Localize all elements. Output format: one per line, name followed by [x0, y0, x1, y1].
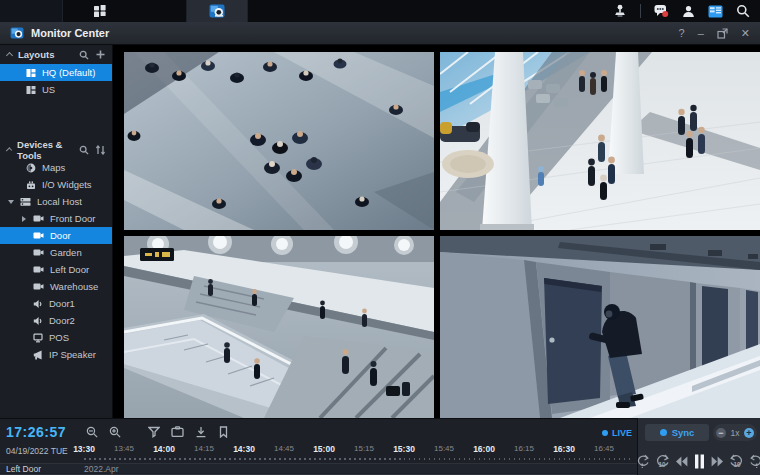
camera-feed-4-side-door[interactable]	[440, 236, 760, 418]
ruler-tick: 14:30	[224, 444, 264, 456]
layout-grid-icon	[26, 68, 36, 78]
tab-main-menu[interactable]	[63, 0, 187, 22]
track-label: Left Door	[6, 464, 41, 474]
device-item-left-door[interactable]: Left Door	[0, 261, 112, 278]
ruler-tick-marks	[84, 458, 630, 460]
window-titlebar: Monitor Center ? – ✕	[0, 22, 760, 45]
live-dot	[602, 430, 608, 436]
window-title: Monitor Center	[31, 27, 109, 39]
server-icon	[20, 197, 31, 207]
timeline-ruler[interactable]: 13:30 13:45 14:00 14:15 14:30 14:45 15:0…	[64, 444, 624, 456]
device-item-garden[interactable]: Garden	[0, 244, 112, 261]
sort-list-icon[interactable]	[96, 145, 105, 155]
sync-dot	[660, 429, 667, 436]
camera-icon	[33, 248, 44, 257]
skip-forward-10-button[interactable]: 10	[730, 454, 744, 468]
timeline-zoom-in-icon[interactable]	[109, 426, 121, 438]
user-icon[interactable]	[682, 5, 695, 18]
layouts-search-icon[interactable]	[79, 50, 89, 60]
device-item-warehouse[interactable]: Warehouse	[0, 278, 112, 295]
skip-back-10-button[interactable]: 10	[655, 454, 669, 468]
next-event-button[interactable]	[750, 454, 760, 468]
device-item-label: POS	[49, 332, 69, 343]
device-item-label: I/O Widgets	[42, 179, 92, 190]
rewind-button[interactable]	[675, 456, 688, 467]
sidebar: Layouts HQ (Default) US Devices & Tools	[0, 45, 113, 418]
fast-forward-button[interactable]	[711, 456, 724, 467]
camera-feed-1-overhead-walkway[interactable]	[124, 52, 434, 230]
surveillance-station-icon	[209, 4, 225, 18]
ruler-tick: 13:30	[64, 444, 104, 456]
device-item-label: Door2	[49, 315, 75, 326]
sync-label: Sync	[672, 427, 695, 438]
filter-icon[interactable]	[148, 426, 160, 438]
layouts-header-label: Layouts	[18, 49, 54, 60]
playback-panel: Sync − 1x + 10	[637, 418, 760, 475]
audio-out-icon	[33, 316, 43, 326]
expanded-chevron-icon[interactable]	[8, 200, 14, 204]
devices-search-icon[interactable]	[79, 145, 89, 155]
taskbar-left-segment	[0, 0, 63, 22]
live-indicator[interactable]: LIVE	[602, 428, 632, 438]
bookmark-icon[interactable]	[218, 426, 229, 438]
collapsed-chevron-icon[interactable]	[22, 216, 26, 222]
camera-feed-3-escalator-hall[interactable]	[124, 236, 434, 418]
device-item-maps[interactable]: Maps	[0, 159, 112, 176]
surveillance-station-icon	[10, 27, 24, 39]
snapshot-icon[interactable]	[171, 426, 184, 438]
layout-grid-icon	[26, 85, 36, 95]
sync-button[interactable]: Sync	[645, 424, 709, 441]
tab-surveillance-station[interactable]	[187, 0, 248, 22]
timeline-zoom-out-icon[interactable]	[86, 426, 98, 438]
previous-event-button[interactable]	[636, 454, 649, 468]
month-label: 2022.Apr	[84, 464, 119, 474]
device-item-pos[interactable]: POS	[0, 329, 112, 346]
joystick-icon[interactable]	[613, 4, 627, 18]
speed-decrease-button[interactable]: −	[716, 428, 726, 438]
device-item-local-host[interactable]: Local Host	[0, 193, 112, 210]
camera-feed-2-atrium-lobby[interactable]	[440, 52, 760, 230]
chat-notification-icon[interactable]	[654, 4, 669, 18]
ruler-tick: 16:00	[464, 444, 504, 456]
ruler-tick: 14:45	[264, 444, 304, 456]
device-item-label: Door1	[49, 298, 75, 309]
pause-button[interactable]	[694, 454, 705, 469]
ruler-tick: 16:15	[504, 444, 544, 456]
device-item-label: Door	[50, 230, 71, 241]
layouts-section-header[interactable]: Layouts	[0, 45, 112, 64]
download-icon[interactable]	[195, 426, 207, 438]
layout-item-hq-default[interactable]: HQ (Default)	[0, 64, 112, 81]
device-item-label: Front Door	[50, 213, 95, 224]
devices-header-label: Devices & Tools	[17, 139, 72, 161]
widgets-panel-icon[interactable]	[708, 5, 723, 18]
device-item-front-door[interactable]: Front Door	[0, 210, 112, 227]
device-item-door2[interactable]: Door2	[0, 312, 112, 329]
ruler-tick: 15:30	[384, 444, 424, 456]
minimize-button[interactable]: –	[698, 27, 704, 39]
io-widgets-icon	[26, 180, 36, 190]
audio-out-icon	[33, 299, 43, 309]
device-item-ip-speaker[interactable]: IP Speaker	[0, 346, 112, 363]
apps-grid-icon	[93, 4, 107, 18]
help-button[interactable]: ?	[679, 27, 685, 39]
ip-speaker-icon	[33, 350, 43, 360]
track-row-left-door[interactable]: Left Door 2022.Apr	[0, 463, 637, 473]
devices-section-header[interactable]: Devices & Tools	[0, 140, 112, 159]
pos-icon	[33, 333, 43, 343]
taskbar-status-area	[613, 0, 760, 22]
device-item-label: Garden	[50, 247, 82, 258]
desktop-taskbar	[0, 0, 760, 22]
device-item-label: Warehouse	[50, 281, 98, 292]
playback-date: 04/19/2022 TUE	[6, 446, 68, 456]
search-icon[interactable]	[736, 4, 750, 18]
device-item-door1[interactable]: Door1	[0, 295, 112, 312]
ruler-tick: 15:15	[344, 444, 384, 456]
device-item-io-widgets[interactable]: I/O Widgets	[0, 176, 112, 193]
speed-increase-button[interactable]: +	[744, 428, 754, 438]
camera-icon	[33, 231, 44, 240]
add-layout-icon[interactable]	[96, 50, 105, 59]
device-item-door[interactable]: Door	[0, 227, 112, 244]
close-button[interactable]: ✕	[741, 27, 750, 40]
popout-button[interactable]	[717, 28, 728, 39]
layout-item-us[interactable]: US	[0, 81, 112, 98]
